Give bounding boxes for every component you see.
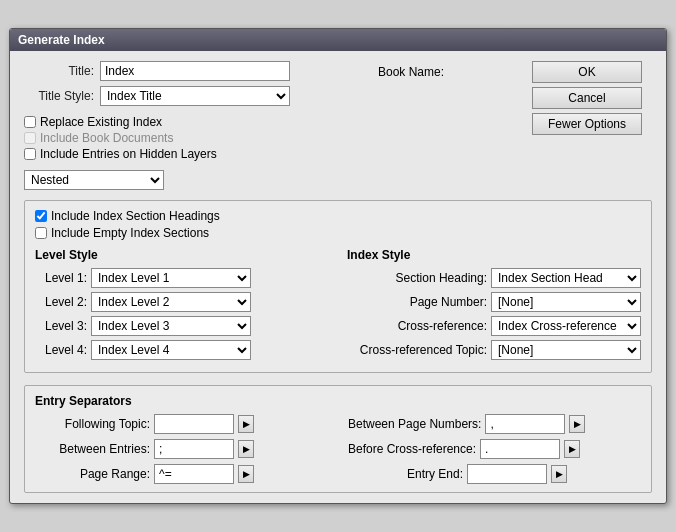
fewer-options-button[interactable]: Fewer Options [532,113,642,135]
entry-end-input[interactable] [467,464,547,484]
page-range-label: Page Range: [35,467,150,481]
before-cross-reference-arrow[interactable]: ▶ [564,440,580,458]
following-topic-input[interactable] [154,414,234,434]
include-section-headings-checkbox[interactable] [35,210,47,222]
section-heading-select[interactable]: Index Section Head [491,268,641,288]
between-page-numbers-input[interactable] [485,414,565,434]
index-style-title: Index Style [347,248,641,262]
level2-select[interactable]: Index Level 2 [91,292,251,312]
entry-separators-box: Entry Separators Following Topic: ▶ Betw… [24,385,652,493]
replace-existing-checkbox[interactable] [24,116,36,128]
nested-select[interactable]: Nested [24,170,164,190]
title-input[interactable] [100,61,290,81]
page-number-select[interactable]: [None] [491,292,641,312]
page-number-label: Page Number: [347,295,487,309]
level2-label: Level 2: [35,295,87,309]
include-book-docs-checkbox[interactable] [24,132,36,144]
replace-existing-label: Replace Existing Index [40,115,162,129]
entry-end-label: Entry End: [348,467,463,481]
level1-label: Level 1: [35,271,87,285]
book-name-label: Book Name: [378,65,444,79]
cross-referenced-topic-label: Cross-referenced Topic: [347,343,487,357]
cross-reference-label: Cross-reference: [347,319,487,333]
cross-reference-select[interactable]: Index Cross-reference [491,316,641,336]
before-cross-reference-input[interactable] [480,439,560,459]
entry-end-arrow[interactable]: ▶ [551,465,567,483]
include-hidden-label: Include Entries on Hidden Layers [40,147,217,161]
level1-select[interactable]: Index Level 1 [91,268,251,288]
section-heading-label: Section Heading: [347,271,487,285]
dialog-title: Generate Index [10,29,666,51]
cross-referenced-topic-select[interactable]: [None] [491,340,641,360]
level3-label: Level 3: [35,319,87,333]
section-box: Include Index Section Headings Include E… [24,200,652,373]
following-topic-arrow[interactable]: ▶ [238,415,254,433]
include-empty-sections-checkbox[interactable] [35,227,47,239]
generate-index-dialog: Generate Index Title: Title Style: Index… [9,28,667,504]
title-label: Title: [24,64,94,78]
level4-select[interactable]: Index Level 4 [91,340,251,360]
title-style-label: Title Style: [24,89,94,103]
between-entries-label: Between Entries: [35,442,150,456]
level-style-title: Level Style [35,248,327,262]
between-entries-input[interactable] [154,439,234,459]
level3-select[interactable]: Index Level 3 [91,316,251,336]
before-cross-reference-label: Before Cross-reference: [348,442,476,456]
include-empty-sections-label: Include Empty Index Sections [51,226,209,240]
level4-label: Level 4: [35,343,87,357]
page-range-arrow[interactable]: ▶ [238,465,254,483]
page-range-input[interactable] [154,464,234,484]
following-topic-label: Following Topic: [35,417,150,431]
include-book-docs-label: Include Book Documents [40,131,173,145]
include-hidden-checkbox[interactable] [24,148,36,160]
include-section-headings-label: Include Index Section Headings [51,209,220,223]
between-entries-arrow[interactable]: ▶ [238,440,254,458]
title-style-select[interactable]: Index Title [100,86,290,106]
between-page-numbers-arrow[interactable]: ▶ [569,415,585,433]
entry-separators-title: Entry Separators [35,394,641,408]
between-page-numbers-label: Between Page Numbers: [348,417,481,431]
ok-button[interactable]: OK [532,61,642,83]
cancel-button[interactable]: Cancel [532,87,642,109]
